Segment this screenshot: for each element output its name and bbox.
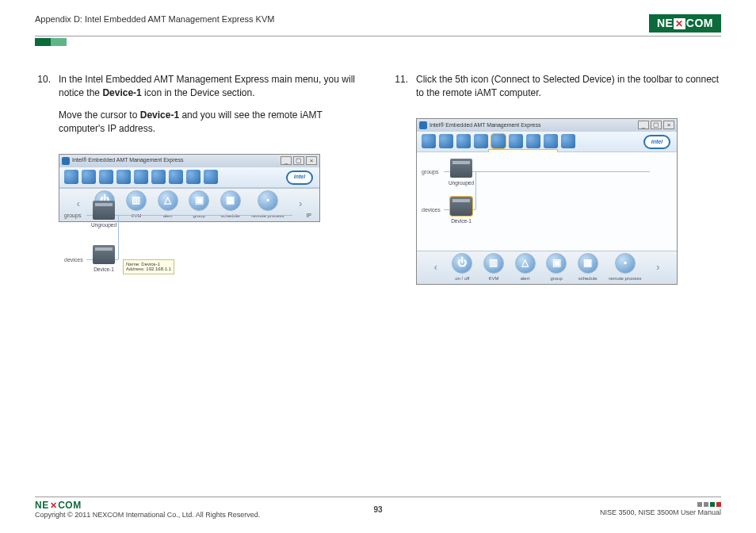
- btn-label: KVM: [131, 213, 141, 220]
- scroll-left-icon[interactable]: ‹: [430, 256, 441, 278]
- toolbar-icon[interactable]: [64, 170, 78, 184]
- connector-line: [444, 171, 650, 172]
- group-label: Ungrouped: [445, 179, 477, 186]
- btn-label: KVM: [488, 275, 498, 282]
- device-canvas: groups Ungrouped devices Device-1: [417, 152, 677, 251]
- toolbar-icon[interactable]: [544, 134, 558, 148]
- left-column: 10. In the Intel Embedded AMT Management…: [35, 73, 364, 497]
- remote-icon[interactable]: ▪: [258, 190, 278, 211]
- step-text: In the Intel Embedded AMT Management Exp…: [59, 73, 364, 101]
- nexcom-logo: NE✕COM: [649, 14, 721, 33]
- btn-label: schedule: [578, 275, 598, 282]
- group-icon[interactable]: [93, 201, 115, 220]
- btn-label: remote process: [251, 213, 284, 220]
- devices-label: devices: [64, 256, 83, 264]
- btn-label: group: [550, 275, 562, 282]
- page-number: 93: [373, 505, 382, 514]
- group-icon[interactable]: ▣: [189, 190, 209, 211]
- toolbar-icon[interactable]: [116, 170, 131, 184]
- device-tooltip: Name: Device-1 Address: 192.168.1.1: [123, 259, 174, 274]
- nexcom-logo-small: NE✕COM: [35, 500, 82, 511]
- group-icon[interactable]: [450, 159, 472, 178]
- groups-label: groups: [64, 212, 81, 220]
- intel-logo: intel: [286, 171, 313, 185]
- right-column: 11. Click the 5th icon (Connect to Selec…: [392, 73, 721, 497]
- toolbar-icon[interactable]: [99, 170, 113, 184]
- toolbar-icon[interactable]: [169, 170, 183, 184]
- toolbar: Connect to selected device intel: [417, 132, 677, 152]
- btn-label: schedule: [221, 213, 240, 220]
- btn-label: alert: [521, 275, 530, 282]
- intel-logo: intel: [643, 135, 670, 149]
- minimize-button[interactable]: _: [281, 156, 292, 165]
- toolbar: intel: [59, 167, 319, 188]
- toolbar-icon[interactable]: [422, 134, 436, 148]
- device-icon[interactable]: [93, 245, 115, 264]
- window-titlebar: Intel® Embedded AMT Management Express _…: [417, 119, 677, 132]
- scroll-right-icon[interactable]: ›: [295, 194, 306, 216]
- step-text: Click the 5th icon (Connect to Selected …: [416, 73, 721, 101]
- btn-label: group: [193, 213, 204, 220]
- kvm-icon[interactable]: ▥: [483, 253, 504, 274]
- schedule-icon[interactable]: ▦: [220, 190, 241, 211]
- alert-icon[interactable]: △: [515, 253, 536, 274]
- window-title: Intel® Embedded AMT Management Express: [72, 156, 183, 164]
- toolbar-icon[interactable]: [456, 134, 471, 148]
- toolbar-icon[interactable]: [134, 170, 148, 184]
- device-label: Device-1: [445, 217, 477, 224]
- group-icon[interactable]: ▣: [546, 253, 567, 274]
- maximize-button[interactable]: ▢: [293, 156, 304, 165]
- toolbar-icon[interactable]: [509, 134, 523, 148]
- bottom-toolbar: ‹ ⏻on / off ▥KVM △alert ▣group ▦schedule…: [417, 251, 677, 284]
- scroll-right-icon[interactable]: ›: [652, 256, 663, 278]
- connect-icon[interactable]: [491, 134, 506, 148]
- header-stripe: [35, 38, 721, 46]
- app-icon: [419, 121, 427, 129]
- toolbar-icon[interactable]: [439, 134, 453, 148]
- window-titlebar: Intel® Embedded AMT Management Express _…: [59, 155, 319, 167]
- groups-label: groups: [422, 168, 438, 176]
- remote-icon[interactable]: ▪: [615, 253, 636, 274]
- btn-label: alert: [163, 213, 173, 220]
- device-label: Device-1: [88, 266, 120, 273]
- toolbar-icon[interactable]: [561, 134, 575, 148]
- connector-line: [86, 215, 292, 216]
- screenshot-2: Intel® Embedded AMT Management Express _…: [416, 118, 678, 285]
- minimize-button[interactable]: _: [638, 121, 649, 129]
- btn-label: remote process: [609, 275, 641, 282]
- screenshot-1: Intel® Embedded AMT Management Express _…: [59, 154, 320, 222]
- header-title: Appendix D: Intel Embedded AMT Managemen…: [35, 14, 274, 24]
- step-number: 11.: [392, 73, 408, 109]
- toolbar-icon[interactable]: [474, 134, 488, 148]
- devices-label: devices: [422, 206, 441, 214]
- alert-icon[interactable]: △: [158, 190, 178, 211]
- page-header: Appendix D: Intel Embedded AMT Managemen…: [35, 14, 721, 36]
- close-button[interactable]: ×: [306, 156, 317, 165]
- step-number: 10.: [35, 73, 51, 144]
- btn-label: on / off: [455, 275, 469, 282]
- kvm-icon[interactable]: ▥: [126, 190, 147, 211]
- group-label: Ungrouped: [88, 221, 120, 228]
- toolbar-icon[interactable]: [526, 134, 540, 148]
- manual-name: NISE 3500, NISE 3500M User Manual: [600, 508, 721, 516]
- step-text: Move the cursor to Device-1 and you will…: [59, 109, 364, 136]
- page-footer: NE✕COM Copyright © 2011 NEXCOM Internati…: [35, 497, 721, 519]
- device-icon[interactable]: [450, 197, 472, 216]
- close-button[interactable]: ×: [663, 121, 674, 129]
- toolbar-icon[interactable]: [82, 170, 96, 184]
- copyright-text: Copyright © 2011 NEXCOM International Co…: [35, 511, 260, 519]
- toolbar-icon[interactable]: [204, 170, 218, 184]
- toolbar-icon[interactable]: [151, 170, 166, 184]
- ip-label: IP: [306, 212, 311, 220]
- power-icon[interactable]: ⏻: [452, 253, 472, 274]
- toolbar-icon[interactable]: [186, 170, 200, 184]
- footer-dots: [697, 502, 721, 507]
- window-title: Intel® Embedded AMT Management Express: [430, 121, 540, 129]
- schedule-icon[interactable]: ▦: [578, 253, 598, 274]
- connector-line: [475, 171, 476, 209]
- maximize-button[interactable]: ▢: [651, 121, 662, 129]
- app-icon: [62, 157, 70, 165]
